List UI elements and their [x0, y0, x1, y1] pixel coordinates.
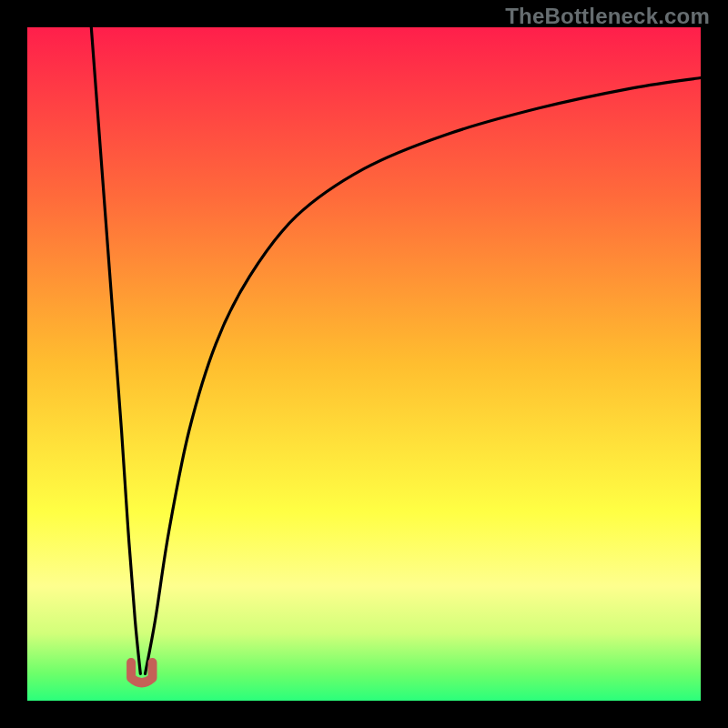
watermark-label: TheBottleneck.com: [505, 4, 710, 29]
gradient-background: [27, 27, 701, 701]
bottleneck-plot: [0, 0, 728, 728]
chart-frame: TheBottleneck.com: [0, 0, 728, 728]
